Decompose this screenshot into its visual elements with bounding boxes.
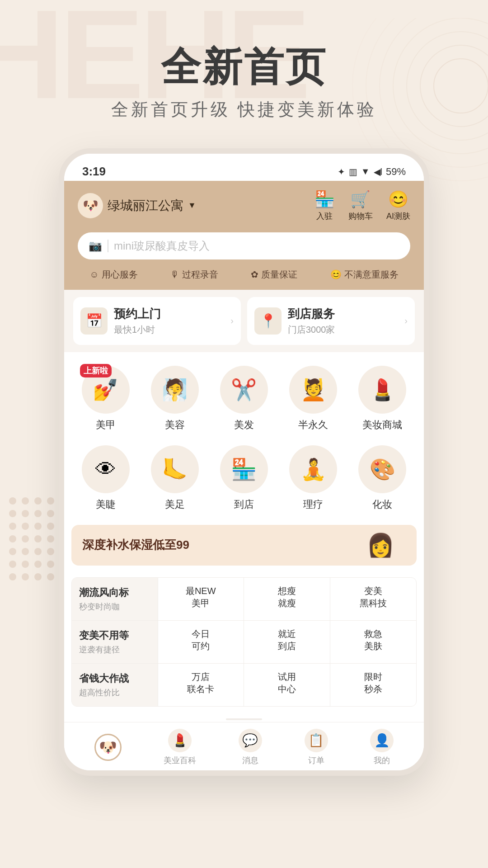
nav-cell-tech[interactable]: 变美 黑科技 [330, 578, 417, 621]
nav-cell-trial[interactable]: 试用 中心 [244, 664, 330, 706]
category-hair[interactable]: ✂️ 美发 [211, 361, 276, 436]
nav-cell-nearby[interactable]: 就近 到店 [244, 621, 330, 664]
nav-cell-today[interactable]: 今日 可约 [158, 621, 244, 664]
flash-sale-line1: 限时 [336, 671, 411, 683]
category-store[interactable]: 🏪 到店 [211, 441, 276, 516]
scroll-indicator [226, 718, 262, 720]
card-store-service[interactable]: 📍 到店服务 门店3000家 › [247, 297, 415, 345]
ai-skin-label: AI测肤 [386, 211, 410, 222]
tech-line1: 变美 [336, 585, 411, 597]
tag-recording: 🎙 过程录音 [170, 269, 218, 281]
app-header: 🐶 绿城丽江公寓 ▼ 🏪 入驻 🛒 购物车 😊 AI测肤 [64, 181, 424, 232]
semi-perm-icon-wrap: 💆 [289, 366, 337, 414]
tech-line2: 黑科技 [336, 597, 411, 609]
nowait-title: 变美不用等 [79, 629, 150, 642]
emergency-line1: 救急 [336, 628, 411, 640]
makeup-icon-wrap: 🎨 [358, 445, 406, 493]
category-beauty[interactable]: 🧖 美容 [142, 361, 207, 436]
signal-icon: ▥ [349, 166, 357, 177]
store-service-info: 到店服务 门店3000家 [288, 306, 335, 336]
nav-cell-slim[interactable]: 想瘦 就瘦 [244, 578, 330, 621]
store-service-subtitle: 门店3000家 [288, 324, 335, 336]
register-icon: 🏪 [314, 190, 335, 209]
newest-manicure-line1: 最NEW [164, 585, 239, 597]
category-therapy[interactable]: 🧘 理疗 [281, 441, 346, 516]
newest-manicure-line2: 美甲 [164, 597, 239, 609]
category-cosmetics[interactable]: 💄 美妆商城 [350, 361, 415, 436]
category-semi-permanent[interactable]: 💆 半永久 [281, 361, 346, 436]
category-section: 💅 上新啦 美甲 🧖 美容 ✂️ 美发 [64, 352, 424, 520]
card-home-service[interactable]: 📅 预约上门 最快1小时 › [73, 297, 241, 345]
card-line2: 联名卡 [164, 683, 239, 695]
nav-profile[interactable]: 👤 我的 [370, 729, 394, 766]
eyelash-circle: 👁 [82, 445, 130, 493]
orders-label: 订单 [308, 755, 324, 766]
cosmetics-label: 美妆商城 [362, 418, 402, 432]
cosmetics-circle: 💄 [358, 366, 406, 414]
nav-encyclopedia[interactable]: 💄 美业百科 [164, 729, 196, 766]
nearby-line1: 就近 [249, 628, 324, 640]
nav-section-trend[interactable]: 潮流风向标 秒变时尚咖 [72, 578, 158, 621]
nav-cell-flash-sale[interactable]: 限时 秒杀 [330, 664, 417, 706]
encyclopedia-label: 美业百科 [164, 755, 196, 766]
trial-line1: 试用 [249, 671, 324, 683]
status-bar: 3:19 ✦ ▥ ▼ ◀l 59% [64, 154, 424, 181]
store-service-title: 到店服务 [288, 306, 335, 322]
therapy-icon-wrap: 🧘 [289, 445, 337, 493]
beauty-label: 美容 [165, 418, 185, 432]
hair-label: 美发 [234, 418, 254, 432]
hair-circle: ✂️ [220, 366, 268, 414]
nav-section-save[interactable]: 省钱大作战 超高性价比 [72, 664, 158, 706]
category-pedicure[interactable]: 🦶 美足 [142, 441, 207, 516]
page-header: 全新首页 全新首页升级 快捷变美新体验 [0, 0, 488, 148]
promo-banner[interactable]: 深度补水保湿低至99 👩 [71, 525, 417, 566]
nav-orders[interactable]: 📋 订单 [305, 729, 328, 766]
location-area[interactable]: 🐶 绿城丽江公寓 ▼ [78, 193, 196, 218]
banner-image: 👩 [344, 525, 417, 566]
nav-cell-emergency[interactable]: 救急 美肤 [330, 621, 417, 664]
nav-messages[interactable]: 💬 消息 [239, 729, 262, 766]
user-avatar: 🐶 [78, 193, 103, 218]
save-desc: 超高性价比 [79, 687, 150, 698]
search-bar[interactable]: 📷 mini玻尿酸真皮导入 [78, 232, 410, 259]
home-icon: 🐶 [94, 734, 122, 761]
nav-grid-section: 潮流风向标 秒变时尚咖 最NEW 美甲 想瘦 就瘦 变美 黑科技 变美不用等 [64, 570, 424, 714]
network-icon: ◀l [374, 166, 382, 177]
hair-icon-wrap: ✂️ [220, 366, 268, 414]
action-ai-skin[interactable]: 😊 AI测肤 [386, 190, 410, 222]
action-cart[interactable]: 🛒 购物车 [348, 190, 373, 222]
phone-container: 3:19 ✦ ▥ ▼ ◀l 59% 🐶 绿城丽江公寓 ▼ 🏪 入驻 [0, 148, 488, 776]
careful-icon: ☺ [89, 269, 99, 280]
orders-icon: 📋 [305, 729, 328, 752]
slim-line1: 想瘦 [249, 585, 324, 597]
manicure-label: 美甲 [96, 418, 116, 432]
banner-text: 深度补水保湿低至99 [82, 537, 189, 553]
nav-home[interactable]: 🐶 [94, 734, 122, 761]
nav-cell-newest-manicure[interactable]: 最NEW 美甲 [158, 578, 244, 621]
refund-label: 不满意重服务 [344, 269, 399, 281]
phone-status-icons: ✦ ▥ ▼ ◀l 59% [338, 166, 406, 178]
action-register[interactable]: 🏪 入驻 [314, 190, 335, 222]
store-service-arrow: › [404, 316, 408, 326]
category-eyelash[interactable]: 👁 美睫 [73, 441, 138, 516]
category-makeup[interactable]: 🎨 化妆 [350, 441, 415, 516]
today-line1: 今日 [164, 628, 239, 640]
recording-icon: 🎙 [170, 269, 179, 280]
location-name: 绿城丽江公寓 [108, 197, 183, 214]
search-placeholder-text: mini玻尿酸真皮导入 [114, 239, 210, 253]
manicure-icon-wrap: 💅 上新啦 [82, 366, 130, 414]
more-content-indicator [64, 714, 424, 720]
home-service-info: 预约上门 最快1小时 [114, 306, 161, 336]
beauty-circle: 🧖 [151, 366, 199, 414]
encyclopedia-icon: 💄 [168, 729, 192, 752]
category-manicure[interactable]: 💅 上新啦 美甲 [73, 361, 138, 436]
search-divider [108, 240, 108, 252]
eyelash-label: 美睫 [96, 498, 116, 511]
nav-cell-card[interactable]: 万店 联名卡 [158, 664, 244, 706]
phone-time: 3:19 [82, 165, 106, 179]
location-dropdown-icon: ▼ [188, 201, 196, 210]
ai-skin-icon: 😊 [388, 190, 408, 209]
nav-section-nowait[interactable]: 变美不用等 逆袭有捷径 [72, 621, 158, 664]
cart-icon: 🛒 [350, 190, 371, 209]
messages-label: 消息 [242, 755, 258, 766]
